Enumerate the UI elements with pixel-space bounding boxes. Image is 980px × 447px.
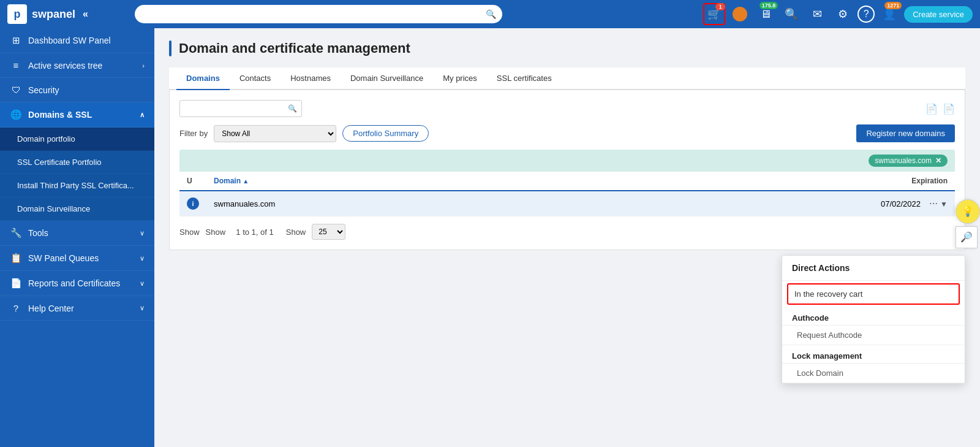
page-header: Domain and certificate management [169, 40, 965, 56]
sub-label-2: SSL Certificate Portfolio [17, 158, 145, 167]
header-bar [169, 40, 172, 56]
tab-my-prices[interactable]: My prices [433, 67, 487, 90]
per-page-select[interactable]: 25 50 100 [312, 224, 345, 240]
cell-u: i [179, 191, 206, 216]
table-row[interactable]: i swmanuales.com 07/02/2022 ⋯ ▼ [179, 191, 955, 216]
floating-right-buttons: 💡 🔎 [956, 199, 980, 248]
col-domain[interactable]: Domain ▲ [206, 172, 568, 191]
tab-contacts[interactable]: Contacts [230, 67, 281, 90]
sidebar-item-reports[interactable]: 📄 Reports and Certificates ∨ [0, 271, 154, 296]
sidebar-sub-ssl-portfolio[interactable]: SSL Certificate Portfolio [0, 151, 154, 174]
sidebar-label-3: Security [28, 85, 145, 95]
collapse-icon[interactable]: « [83, 9, 88, 20]
queues-icon: 📋 [10, 253, 22, 264]
tab-domain-surveillance[interactable]: Domain Surveillance [341, 67, 433, 90]
filter-select[interactable]: Show All [214, 125, 336, 142]
logo-text: swpanel [32, 8, 75, 21]
domains-panel: 🔍 📄 📄 Filter by Show All Portfolio Summa… [169, 90, 965, 250]
settings-button[interactable]: ⚙ [832, 3, 854, 25]
sidebar-label: Dashboard SW Panel [28, 36, 145, 45]
search-input[interactable] [135, 5, 502, 23]
sub-label-3: Install Third Party SSL Certifica... [17, 181, 145, 190]
search2-icon: 🔍 [785, 7, 798, 21]
messages-button[interactable]: ✉ [806, 3, 828, 25]
request-authcode-item[interactable]: Request Authcode [782, 326, 965, 345]
export-icon-1[interactable]: 📄 [925, 103, 938, 115]
tab-hostnames[interactable]: Hostnames [281, 67, 341, 90]
direct-actions-panel: Direct Actions In the recovery cart Auth… [782, 255, 965, 384]
sidebar-item-security[interactable]: 🛡 Security [0, 78, 154, 102]
topbar-actions: 🛒 1 🖥 175.8 🔍 ✉ ⚙ ? 👤 1271 Create serv [703, 3, 973, 25]
coins-badge: 175.8 [760, 2, 778, 9]
portfolio-summary-button[interactable]: Portfolio Summary [342, 125, 429, 142]
help-button[interactable]: ? [858, 6, 875, 23]
domain-search-icon: 🔍 [288, 104, 297, 113]
sub-label-4: Domain Surveillance [17, 204, 145, 213]
sidebar-sub-domain-portfolio[interactable]: Domain portfolio [0, 128, 154, 151]
tag-close-icon[interactable]: ✕ [935, 156, 941, 165]
lock-domain-item[interactable]: Lock Domain [782, 364, 965, 383]
monitor-icon: 🖥 [760, 8, 771, 21]
tab-domains[interactable]: Domains [176, 67, 230, 90]
register-new-domains-button[interactable]: Register new domains [856, 124, 955, 142]
chevron-right-icon: › [142, 62, 145, 69]
create-service-button[interactable]: Create service [904, 6, 973, 23]
info-icon: i [187, 197, 199, 210]
pagination-row: Show Show 1 to 1, of 1 Show 25 50 100 [179, 224, 955, 240]
search-icon: 🔍 [486, 9, 496, 19]
domain-filter-bar: swmanuales.com ✕ [179, 150, 955, 172]
sidebar-label-queues: SW Panel Queues [28, 253, 134, 263]
global-search: 🔍 [135, 5, 502, 23]
topbar: p swpanel « 🔍 🛒 1 🖥 175.8 🔍 ✉ ⚙ [0, 0, 980, 28]
col-expiration: Expiration [568, 172, 955, 191]
row-more-icon[interactable]: ⋯ [929, 199, 938, 208]
sidebar-label-help: Help Center [28, 304, 134, 313]
logo: p swpanel « [7, 4, 130, 24]
coins-button[interactable]: 🖥 175.8 [755, 3, 777, 25]
chevron-down-help: ∨ [140, 304, 145, 312]
notification-button[interactable] [729, 3, 751, 25]
help-icon: ? [864, 9, 869, 20]
domain-tag: swmanuales.com ✕ [869, 155, 948, 167]
tab-ssl-certificates[interactable]: SSL certificates [487, 67, 562, 90]
sidebar-sub-domain-surveillance[interactable]: Domain Surveillance [0, 197, 154, 221]
sidebar-sub-install-ssl[interactable]: Install Third Party SSL Certifica... [0, 174, 154, 197]
messages-icon: ✉ [813, 7, 822, 21]
sidebar-item-help[interactable]: ? Help Center ∨ [0, 296, 154, 321]
idea-button[interactable]: 💡 [956, 199, 980, 224]
security-icon: 🛡 [10, 85, 22, 95]
row-expand-icon[interactable]: ▼ [940, 200, 948, 208]
idea-icon: 💡 [962, 205, 974, 217]
user-icon: 👤 [883, 7, 896, 21]
zoom-button[interactable]: 🔎 [956, 226, 978, 248]
sidebar-item-dashboard[interactable]: ⊞ Dashboard SW Panel [0, 28, 154, 53]
search-button[interactable]: 🔍 [780, 3, 802, 25]
recovery-cart-item[interactable]: In the recovery cart [787, 283, 960, 305]
chevron-down-reports: ∨ [140, 280, 145, 288]
sidebar-label-tools: Tools [28, 228, 134, 238]
domain-search-input[interactable] [179, 100, 302, 117]
sidebar-item-tools[interactable]: 🔧 Tools ∨ [0, 221, 154, 246]
sub-label-1: Domain portfolio [17, 134, 145, 143]
chevron-down-queues: ∨ [140, 254, 145, 262]
direct-actions-title: Direct Actions [782, 256, 965, 281]
reports-icon: 📄 [10, 278, 22, 289]
cell-domain: swmanuales.com [206, 191, 568, 216]
user-button[interactable]: 👤 1271 [878, 3, 900, 25]
main-layout: ⊞ Dashboard SW Panel ≡ Active services t… [0, 28, 980, 447]
sidebar-item-queues[interactable]: 📋 SW Panel Queues ∨ [0, 246, 154, 271]
cart-badge: 1 [715, 3, 725, 10]
pagination-range: Show [206, 227, 230, 237]
chevron-down-tools: ∨ [140, 229, 145, 237]
domains-icon: 🌐 [10, 109, 22, 120]
domain-search-container: 🔍 [179, 100, 302, 117]
cart-button[interactable]: 🛒 1 [703, 3, 725, 25]
sidebar-item-domains-ssl[interactable]: 🌐 Domains & SSL ∧ [0, 102, 154, 128]
zoom-icon: 🔎 [960, 231, 973, 243]
main-content: Domain and certificate management Domain… [154, 28, 980, 447]
sidebar-item-active-services[interactable]: ≡ Active services tree › [0, 53, 154, 78]
tag-label: swmanuales.com [875, 156, 932, 165]
sidebar-label-reports: Reports and Certificates [28, 278, 134, 288]
tabs-bar: Domains Contacts Hostnames Domain Survei… [169, 67, 965, 90]
export-icon-2[interactable]: 📄 [943, 103, 955, 115]
